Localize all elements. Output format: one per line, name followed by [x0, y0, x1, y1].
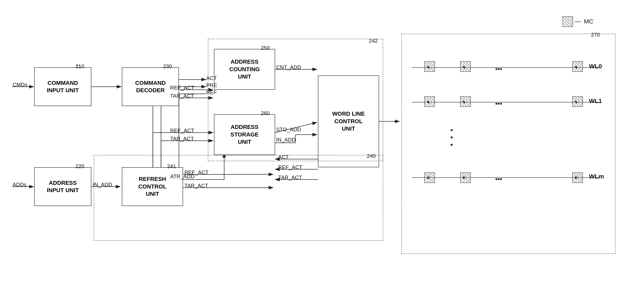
label-act2: ACT — [278, 154, 289, 160]
legend-mc: MC — [584, 18, 594, 25]
hatch-wl0-3 — [572, 61, 583, 72]
label-pre: PRE — [206, 82, 217, 89]
ref-230: 230 — [163, 63, 172, 70]
wl0-label: WL0 — [589, 63, 602, 70]
label-ref: REF — [206, 89, 217, 96]
label-tar-act2: TAR_ACT — [170, 136, 194, 142]
label-tar-act-out: TAR_ACT — [278, 174, 302, 181]
hatch-wl0-1 — [424, 61, 435, 72]
ref-270: 270 — [591, 32, 600, 38]
hatch-wlm-3 — [572, 172, 583, 183]
label-in-add1: IN_ADD — [276, 137, 296, 143]
command-decoder-label: COMMANDDECODER — [135, 79, 166, 94]
label-cnt-add: CNT_ADD — [276, 64, 301, 71]
label-tar-act1: TAR_ACT — [170, 93, 194, 99]
address-input-block: ADDRESSINPUT UNIT — [34, 167, 91, 206]
label-in-add2: IN_ADD — [93, 182, 112, 188]
label-ref-act3: REF_ACT — [184, 169, 208, 176]
hatch-wl1-3 — [572, 96, 583, 107]
label-tar-act3: TAR_ACT — [184, 183, 208, 189]
hatch-wlm-1 — [424, 172, 435, 183]
label-act: ACT — [206, 75, 217, 81]
label-ref-act2: REF_ACT — [170, 127, 194, 134]
wl1-label: WL1 — [589, 98, 602, 104]
label-ref-act1: REF_ACT — [170, 85, 194, 91]
label-ref-act-out: REF_ACT — [278, 164, 302, 171]
hatch-wlm-2 — [460, 172, 471, 183]
label-sto-add: STO_ADD — [276, 126, 301, 133]
ref-242: 242 — [369, 38, 378, 44]
ref-220: 220 — [76, 163, 84, 169]
hatch-wl1-1 — [424, 96, 435, 107]
label-adds: ADDs — [13, 182, 26, 188]
legend-dash: — — [575, 18, 581, 25]
address-input-label: ADDRESSINPUT UNIT — [47, 179, 79, 194]
wlm-label: WLm — [589, 173, 604, 180]
hatch-wl1-2 — [460, 96, 471, 107]
hatch-wl0-2 — [460, 61, 471, 72]
legend-hatch — [562, 16, 573, 27]
command-input-label: COMMANDINPUT UNIT — [47, 79, 79, 94]
label-cmds: CMDs — [13, 82, 27, 88]
dashed-box-240 — [94, 155, 383, 241]
command-input-block: COMMANDINPUT UNIT — [34, 67, 91, 106]
